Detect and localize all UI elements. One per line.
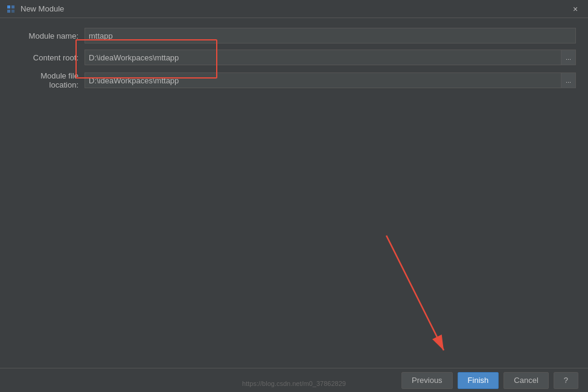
cancel-button[interactable]: Cancel xyxy=(503,372,548,389)
svg-rect-0 xyxy=(7,5,10,8)
dialog-title: New Module xyxy=(21,4,569,13)
module-name-input-container xyxy=(85,28,576,43)
module-file-location-browse-button[interactable]: ... xyxy=(561,72,576,88)
module-name-row: Module name: xyxy=(12,28,576,43)
svg-rect-3 xyxy=(11,10,14,13)
finish-button[interactable]: Finish xyxy=(458,372,499,389)
svg-rect-2 xyxy=(7,10,10,13)
close-button[interactable]: × xyxy=(569,2,582,16)
content-root-input-container: ... xyxy=(85,50,576,65)
content-root-browse-button[interactable]: ... xyxy=(561,50,576,65)
content-root-row: Content root: ... xyxy=(12,50,576,65)
form-area: Module name: Content root: ... Module fi… xyxy=(0,18,588,105)
module-name-label: Module name: xyxy=(12,31,85,40)
module-file-location-input-container: ... xyxy=(85,72,576,88)
module-file-location-row: Module file location: ... xyxy=(12,71,576,89)
content-root-input[interactable] xyxy=(85,50,561,65)
previous-button[interactable]: Previous xyxy=(401,372,453,389)
module-icon xyxy=(6,4,16,14)
module-file-location-label: Module file location: xyxy=(12,71,85,89)
help-button[interactable]: ? xyxy=(554,372,578,389)
module-file-location-input[interactable] xyxy=(85,72,561,88)
svg-line-5 xyxy=(386,236,444,350)
module-name-input[interactable] xyxy=(85,28,576,43)
svg-rect-1 xyxy=(11,5,14,8)
content-root-label: Content root: xyxy=(12,53,85,62)
annotation-arrow xyxy=(350,230,471,374)
watermark-text: https://blog.csdn.net/m0_37862829 xyxy=(242,380,346,387)
title-bar: New Module × xyxy=(0,0,588,18)
